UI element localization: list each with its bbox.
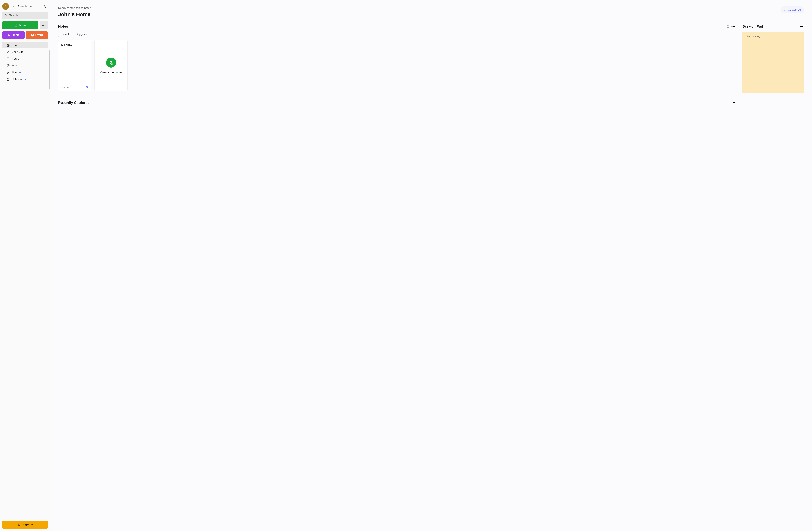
- note-card[interactable]: Monday Just now: [58, 40, 91, 91]
- sidebar-item-shortcuts[interactable]: › Shortcuts: [2, 49, 48, 55]
- notes-section: Notes ••• Recent Suggested Monday Just n…: [58, 24, 736, 108]
- globe-icon: [86, 86, 88, 88]
- new-more-button[interactable]: •••: [40, 21, 48, 29]
- calendar-plus-icon: [31, 33, 34, 37]
- scratch-pad: [742, 32, 804, 94]
- notes-more-button[interactable]: •••: [731, 24, 736, 29]
- tab-suggested[interactable]: Suggested: [74, 32, 91, 37]
- notifications-button[interactable]: [43, 4, 48, 9]
- page-title: John's Home: [58, 11, 92, 17]
- sidebar-item-home[interactable]: Home: [2, 42, 48, 48]
- tab-recent[interactable]: Recent: [58, 32, 71, 37]
- nav-notes-label: Notes: [12, 57, 19, 60]
- notes-section-title: Notes: [58, 24, 726, 29]
- tasks-icon: [6, 64, 10, 67]
- home-icon: [6, 44, 10, 47]
- chevron-right-icon: ›: [3, 51, 4, 53]
- create-new-note-label: Create new note: [100, 71, 122, 74]
- more-dots-icon: •••: [800, 25, 803, 28]
- paperclip-icon: [6, 71, 10, 74]
- nav-files-label: Files: [12, 71, 17, 74]
- create-new-note-card[interactable]: Create new note: [95, 40, 128, 91]
- sidebar-item-tasks[interactable]: Tasks: [2, 62, 48, 69]
- new-note-label: Note: [19, 24, 26, 27]
- sidebar-item-calendar[interactable]: Calendar: [2, 76, 48, 83]
- pencil-icon: [784, 8, 787, 11]
- task-check-icon: [8, 33, 11, 37]
- note-add-icon: [727, 25, 730, 28]
- notes-create-icon-button[interactable]: [726, 24, 731, 29]
- more-dots-icon: •••: [731, 101, 735, 105]
- main-content: Ready to start taking notes? John's Home…: [50, 0, 812, 531]
- nav-home-label: Home: [12, 44, 19, 47]
- sidebar-item-files[interactable]: Files: [2, 69, 48, 76]
- upgrade-label: Upgrade: [21, 523, 33, 526]
- svg-point-8: [9, 34, 11, 37]
- avatar: J: [2, 3, 9, 10]
- page-subtitle: Ready to start taking notes?: [58, 6, 92, 10]
- svg-point-19: [7, 64, 10, 67]
- scratch-more-button[interactable]: •••: [799, 24, 804, 29]
- nav-tasks-label: Tasks: [12, 64, 19, 67]
- sidebar-nav: Home › Shortcuts Notes Tasks Files Calen…: [2, 42, 48, 83]
- star-icon: [6, 51, 10, 54]
- recently-captured-title: Recently Captured: [58, 101, 731, 105]
- scratch-pad-textarea[interactable]: [746, 34, 801, 90]
- scratch-pad-section: Scratch Pad •••: [742, 24, 804, 108]
- more-dots-icon: •••: [42, 24, 46, 27]
- sidebar-item-notes[interactable]: Notes: [2, 56, 48, 62]
- search-placeholder: Search: [9, 14, 18, 17]
- create-note-circle: [106, 58, 116, 68]
- notes-tabs: Recent Suggested: [58, 32, 736, 37]
- search-icon: [4, 14, 8, 17]
- upgrade-icon: [17, 523, 20, 526]
- new-task-label: Task: [13, 33, 19, 37]
- upgrade-button[interactable]: Upgrade: [2, 521, 48, 529]
- nav-shortcuts-label: Shortcuts: [12, 51, 24, 54]
- customize-button[interactable]: Customize: [781, 6, 804, 13]
- calendar-indicator-dot: [25, 78, 26, 80]
- svg-rect-20: [7, 78, 9, 81]
- svg-line-1: [6, 16, 7, 16]
- more-dots-icon: •••: [731, 25, 735, 28]
- search-input[interactable]: Search: [2, 12, 48, 19]
- profile-row[interactable]: J John Awa-abuon: [2, 3, 48, 10]
- notes-icon: [6, 57, 10, 60]
- svg-point-0: [5, 14, 6, 16]
- nav-calendar-label: Calendar: [12, 78, 23, 81]
- note-card-timestamp: Just now: [61, 86, 70, 88]
- files-indicator-dot: [19, 72, 21, 73]
- scratch-pad-title: Scratch Pad: [742, 24, 799, 29]
- note-card-title: Monday: [61, 43, 88, 47]
- recently-more-button[interactable]: •••: [731, 100, 736, 105]
- new-event-button[interactable]: Event: [26, 31, 48, 39]
- sidebar: J John Awa-abuon Search Note ••• Task Ev…: [0, 0, 50, 531]
- new-note-button[interactable]: Note: [2, 21, 38, 29]
- calendar-icon: [6, 78, 10, 81]
- profile-name: John Awa-abuon: [11, 5, 41, 8]
- new-task-button[interactable]: Task: [2, 31, 25, 39]
- new-event-label: Event: [35, 33, 43, 37]
- note-plus-icon: [15, 24, 18, 27]
- note-plus-icon: [109, 60, 113, 65]
- customize-label: Customize: [788, 8, 801, 11]
- page-header: Ready to start taking notes? John's Home…: [58, 6, 804, 17]
- bell-icon: [44, 4, 47, 8]
- sidebar-scrollbar-thumb[interactable]: [48, 51, 50, 89]
